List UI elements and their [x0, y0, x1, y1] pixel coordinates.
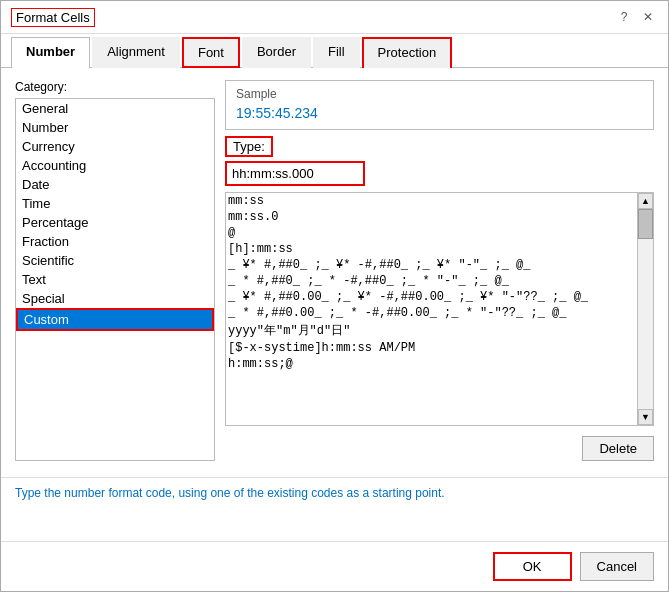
tab-fill[interactable]: Fill — [313, 37, 360, 68]
category-scientific[interactable]: Scientific — [16, 251, 214, 270]
category-percentage[interactable]: Percentage — [16, 213, 214, 232]
sample-section: Sample 19:55:45.234 — [225, 80, 654, 130]
right-panel: Sample 19:55:45.234 Type: mm:ss mm:ss.0 … — [225, 80, 654, 461]
description-text: Type the number format code, using one o… — [1, 477, 668, 508]
tab-font[interactable]: Font — [182, 37, 240, 68]
footer: OK Cancel — [1, 541, 668, 591]
sample-value: 19:55:45.234 — [236, 105, 643, 121]
category-number[interactable]: Number — [16, 118, 214, 137]
category-date[interactable]: Date — [16, 175, 214, 194]
format-item-systime[interactable]: [$-x-systime]h:mm:ss AM/PM — [226, 340, 635, 356]
category-time[interactable]: Time — [16, 194, 214, 213]
title-controls: ? ✕ — [614, 7, 658, 27]
tab-number[interactable]: Number — [11, 37, 90, 68]
left-panel: Category: General Number Currency Accoun… — [15, 80, 215, 461]
tab-bar: Number Alignment Font Border Fill Protec… — [1, 36, 668, 68]
format-item-hmmss-at[interactable]: h:mm:ss;@ — [226, 356, 635, 372]
cancel-button[interactable]: Cancel — [580, 552, 654, 581]
spacer — [1, 508, 668, 542]
format-item-mmss[interactable]: mm:ss — [226, 193, 635, 209]
type-label: Type: — [225, 136, 273, 157]
scroll-track — [638, 209, 653, 409]
ok-button[interactable]: OK — [493, 552, 572, 581]
category-custom[interactable]: Custom — [16, 308, 214, 331]
format-item-num2[interactable]: _ * #,##0.00_ ;_ * -#,##0.00_ ;_ * "-"??… — [226, 305, 635, 321]
type-section: Type: — [225, 136, 654, 186]
format-item-date-jp[interactable]: yyyy"年"m"月"d"日" — [226, 321, 635, 340]
type-input[interactable] — [225, 161, 365, 186]
format-item-yen2[interactable]: _ ¥* #,##0.00_ ;_ ¥* -#,##0.00_ ;_ ¥* "-… — [226, 289, 635, 305]
category-fraction[interactable]: Fraction — [16, 232, 214, 251]
format-item-mmss0[interactable]: mm:ss.0 — [226, 209, 635, 225]
format-item-hmmss[interactable]: [h]:mm:ss — [226, 241, 635, 257]
list-scrollbar[interactable]: ▲ ▼ — [637, 193, 653, 425]
format-item-num1[interactable]: _ * #,##0_ ;_ * -#,##0_ ;_ * "-"_ ;_ @_ — [226, 273, 635, 289]
category-list[interactable]: General Number Currency Accounting Date … — [15, 98, 215, 461]
scroll-down-arrow[interactable]: ▼ — [638, 409, 653, 425]
title-bar: Format Cells ? ✕ — [1, 1, 668, 34]
tab-alignment[interactable]: Alignment — [92, 37, 180, 68]
format-cells-dialog: Format Cells ? ✕ Number Alignment Font B… — [0, 0, 669, 592]
format-item-at[interactable]: @ — [226, 225, 635, 241]
dialog-title: Format Cells — [11, 8, 95, 27]
tab-protection[interactable]: Protection — [362, 37, 453, 68]
tab-border[interactable]: Border — [242, 37, 311, 68]
format-list-wrap: mm:ss mm:ss.0 @ [h]:mm:ss _ ¥* #,##0_ ;_… — [225, 192, 654, 426]
category-label: Category: — [15, 80, 215, 94]
close-button[interactable]: ✕ — [638, 7, 658, 27]
category-text[interactable]: Text — [16, 270, 214, 289]
category-general[interactable]: General — [16, 99, 214, 118]
delete-button[interactable]: Delete — [582, 436, 654, 461]
format-list-container[interactable]: mm:ss mm:ss.0 @ [h]:mm:ss _ ¥* #,##0_ ;_… — [225, 192, 654, 426]
format-item-yen1[interactable]: _ ¥* #,##0_ ;_ ¥* -#,##0_ ;_ ¥* "-"_ ;_ … — [226, 257, 635, 273]
scroll-up-arrow[interactable]: ▲ — [638, 193, 653, 209]
format-list: mm:ss mm:ss.0 @ [h]:mm:ss _ ¥* #,##0_ ;_… — [226, 193, 653, 372]
category-accounting[interactable]: Accounting — [16, 156, 214, 175]
help-button[interactable]: ? — [614, 7, 634, 27]
main-content: Category: General Number Currency Accoun… — [1, 68, 668, 473]
sample-label: Sample — [236, 87, 643, 101]
category-currency[interactable]: Currency — [16, 137, 214, 156]
scroll-thumb[interactable] — [638, 209, 653, 239]
category-special[interactable]: Special — [16, 289, 214, 308]
